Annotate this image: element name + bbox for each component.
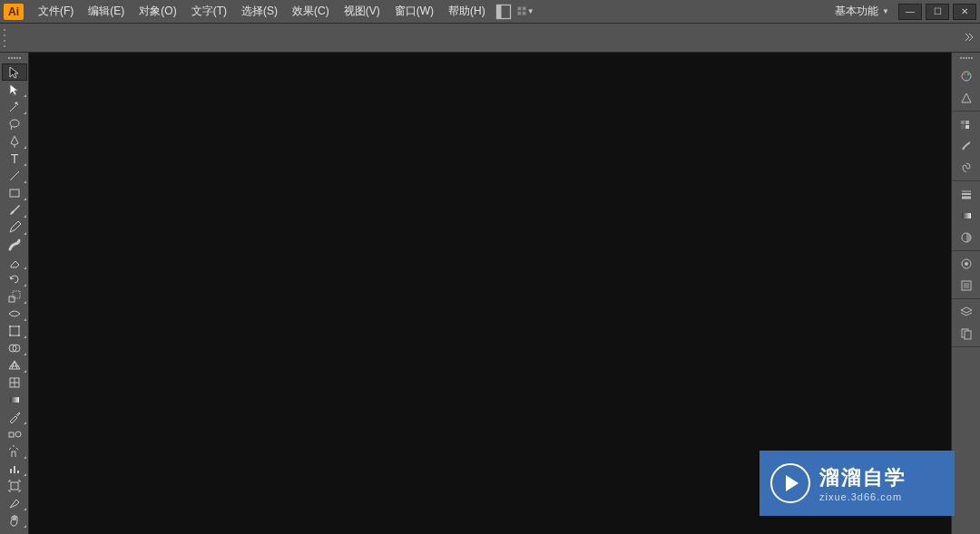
transparency-panel[interactable]	[954, 227, 979, 248]
slice-tool[interactable]	[2, 494, 27, 511]
svg-line-8	[10, 171, 19, 180]
svg-point-29	[962, 72, 971, 81]
menu-edit[interactable]: 编辑(E)	[81, 0, 132, 23]
symbols-panel[interactable]	[954, 157, 979, 179]
scale-tool[interactable]	[2, 287, 27, 305]
flyout-indicator-icon	[24, 215, 26, 218]
blend-tool[interactable]	[2, 425, 27, 442]
color-panel[interactable]	[954, 65, 979, 87]
minimize-button[interactable]: —	[898, 4, 922, 20]
brushes-panel[interactable]	[954, 135, 979, 157]
menu-type[interactable]: 文字(T)	[184, 0, 234, 23]
svg-point-13	[9, 325, 11, 327]
pencil-tool[interactable]	[2, 218, 27, 236]
shape-builder-tool[interactable]	[2, 339, 27, 356]
rectangle-tool[interactable]	[2, 184, 27, 201]
column-graph-tool[interactable]	[2, 460, 27, 477]
play-icon	[770, 463, 810, 503]
maximize-button[interactable]: ☐	[926, 4, 949, 20]
drag-handle-icon[interactable]	[4, 29, 9, 47]
svg-rect-40	[962, 213, 971, 218]
svg-point-6	[10, 120, 19, 127]
menu-select[interactable]: 选择(S)	[234, 0, 285, 23]
layout-icon[interactable]	[495, 3, 513, 21]
flyout-indicator-icon	[24, 94, 26, 97]
eraser-tool[interactable]	[2, 253, 27, 270]
arrange-icon[interactable]: ▼	[516, 3, 534, 21]
menu-bar: Ai 文件(F) 编辑(E) 对象(O) 文字(T) 选择(S) 效果(C) 视…	[0, 0, 980, 24]
layers-panel[interactable]	[954, 301, 979, 323]
watermark-title: 溜溜自学	[819, 464, 906, 491]
flyout-indicator-icon	[24, 525, 26, 528]
menu-object[interactable]: 对象(O)	[132, 0, 183, 23]
flyout-indicator-icon	[24, 267, 26, 269]
hand-tool[interactable]	[2, 511, 27, 529]
workspace-switcher[interactable]: 基本功能 ▼	[829, 1, 895, 22]
menu-effect[interactable]: 效果(C)	[285, 0, 337, 23]
selection-tool[interactable]	[2, 63, 27, 81]
svg-rect-4	[517, 12, 521, 15]
lasso-tool[interactable]	[2, 115, 27, 132]
svg-rect-9	[10, 189, 19, 197]
toolbox-drag-handle[interactable]	[0, 54, 28, 62]
artboards-panel[interactable]	[954, 323, 979, 345]
svg-rect-22	[10, 397, 19, 403]
svg-point-16	[18, 335, 20, 336]
chevron-down-icon: ▼	[882, 7, 889, 15]
flyout-indicator-icon	[24, 232, 26, 235]
app-logo: Ai	[4, 4, 24, 20]
eyedropper-tool[interactable]	[2, 408, 27, 425]
flyout-indicator-icon	[24, 112, 26, 114]
graphic-styles-panel[interactable]	[954, 275, 979, 296]
menu-window[interactable]: 窗口(W)	[387, 0, 441, 23]
svg-rect-10	[9, 296, 15, 302]
perspective-grid-tool[interactable]	[2, 356, 27, 374]
menu-view[interactable]: 视图(V)	[337, 0, 387, 23]
flyout-indicator-icon	[24, 508, 26, 510]
flyout-indicator-icon	[24, 353, 26, 355]
control-bar	[0, 24, 980, 53]
svg-rect-5	[522, 12, 525, 15]
panel-drag-handle[interactable]	[952, 54, 980, 62]
magic-wand-tool[interactable]	[2, 98, 27, 115]
panel-column	[951, 53, 980, 534]
artboard-tool[interactable]	[2, 477, 27, 494]
workspace-label: 基本功能	[835, 4, 878, 19]
svg-rect-33	[961, 121, 965, 124]
flyout-indicator-icon	[24, 335, 26, 338]
blob-brush-tool[interactable]	[2, 236, 27, 253]
menu-file[interactable]: 文件(F)	[31, 0, 81, 23]
swatches-panel[interactable]	[954, 113, 979, 135]
panel-group	[952, 251, 980, 299]
direct-selection-tool[interactable]	[2, 81, 27, 98]
panel-group	[952, 181, 980, 251]
gradient-tool[interactable]	[2, 391, 27, 408]
svg-point-43	[965, 262, 968, 266]
panel-group	[952, 112, 980, 181]
symbol-sprayer-tool[interactable]	[2, 442, 27, 460]
line-segment-tool[interactable]	[2, 167, 27, 184]
color-guide-panel[interactable]	[954, 87, 979, 109]
stroke-panel[interactable]	[954, 183, 979, 205]
flyout-indicator-icon	[24, 456, 26, 459]
flyout-indicator-icon	[24, 422, 26, 424]
svg-point-30	[964, 73, 965, 75]
type-tool[interactable]: T	[2, 150, 27, 167]
svg-rect-34	[965, 121, 969, 124]
svg-rect-35	[961, 125, 965, 129]
watermark-url: zixue.3d66.com	[819, 491, 906, 502]
pen-tool[interactable]	[2, 132, 27, 150]
chevron-down-icon: ▼	[527, 7, 534, 15]
menu-help[interactable]: 帮助(H)	[441, 0, 493, 23]
free-transform-tool[interactable]	[2, 322, 27, 339]
close-button[interactable]: ✕	[953, 4, 976, 20]
rotate-tool[interactable]	[2, 270, 27, 287]
flyout-indicator-icon	[24, 198, 26, 200]
width-tool[interactable]	[2, 305, 27, 322]
mesh-tool[interactable]	[2, 374, 27, 391]
expand-panel-icon[interactable]	[962, 30, 976, 46]
paintbrush-tool[interactable]	[2, 201, 27, 218]
gradient-panel[interactable]	[954, 205, 979, 227]
appearance-panel[interactable]	[954, 253, 979, 275]
svg-rect-36	[965, 125, 969, 129]
